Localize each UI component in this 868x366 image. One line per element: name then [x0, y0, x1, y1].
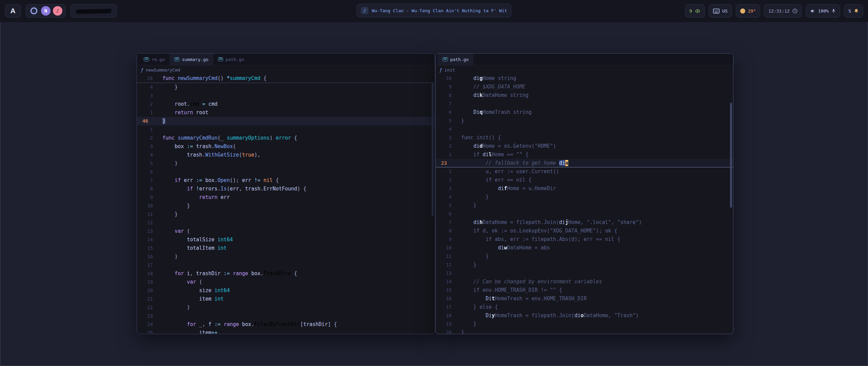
code-line[interactable]: 7 dihDataHome = filepath.Join(dijHome, "… — [436, 218, 733, 227]
code-token: } — [461, 253, 489, 259]
code-line[interactable]: 3func init() { — [436, 134, 733, 142]
code-line[interactable]: 4 } — [436, 193, 733, 201]
code-line[interactable]: 8 if !errors.Is(err, trash.ErrNotFound) … — [137, 185, 435, 193]
code-line[interactable]: 23 — [137, 312, 435, 320]
workspace-icon-disc[interactable] — [29, 6, 39, 16]
code-line[interactable]: 18 for i, trashDir := range box.TrashDir… — [137, 269, 435, 278]
right-breadcrumb: ƒ init — [436, 65, 733, 74]
line-text: ) — [162, 303, 190, 312]
code-line[interactable]: 2func summaryCmdRun(_ summaryOptions) er… — [137, 134, 435, 142]
notifications-widget[interactable]: 5 — [844, 4, 863, 18]
code-line[interactable]: 13 var ( — [137, 227, 435, 236]
code-token: := — [221, 270, 233, 277]
code-line[interactable]: 10 diwDataHome = abs — [436, 244, 733, 252]
code-line[interactable]: 17 — [137, 261, 435, 269]
code-line[interactable]: 10 } — [137, 202, 435, 210]
code-line[interactable]: 10 digHome string — [436, 74, 733, 83]
top-bar-right: 9 US 29° 12:31:12 — [685, 0, 863, 22]
code-line[interactable]: 3 difHome = u.HomeDir — [436, 184, 733, 193]
line-number: 4 — [436, 193, 452, 201]
code-line[interactable]: 5} — [436, 117, 733, 125]
code-token: Home == "" { — [492, 151, 528, 158]
code-line[interactable]: 14 // Can be changed by environment vari… — [436, 278, 733, 286]
code-line[interactable]: 25 item++ — [137, 329, 435, 334]
code-line[interactable]: 13 — [436, 269, 733, 278]
active-window-title-redacted — [71, 4, 117, 18]
code-line[interactable]: 11 } — [137, 210, 435, 219]
code-line[interactable]: 1 if dilHome == "" { — [436, 150, 733, 159]
code-line[interactable]: 18 DiyHomeTrash = filepath.Join(dioDataH… — [436, 311, 733, 320]
code-token: , — [202, 321, 208, 327]
tab-label: rm.go — [152, 57, 165, 62]
code-line[interactable]: 6 — [137, 168, 435, 176]
media-player-widget[interactable]: ♪ Wu-Tang Clan - Wu-Tang Clan Ain't Nuth… — [356, 4, 511, 17]
code-token: Home, ".local", "share") — [568, 219, 642, 225]
weather-widget[interactable]: 29° — [736, 4, 760, 18]
tab-rm-go[interactable]: GO rm.go — [139, 54, 170, 65]
line-text: return err — [162, 193, 230, 202]
code-line[interactable]: 19 var ( — [137, 278, 435, 286]
code-area[interactable]: 10 digHome string9 // $XDG_DATA_HOME8 di… — [436, 74, 733, 334]
workspace-icon-neovim[interactable]: N — [41, 6, 51, 16]
code-area[interactable]: 4 }32 root.cmd = cmd1 return root46}12fu… — [137, 83, 435, 334]
code-line[interactable]: 20} — [436, 328, 733, 334]
code-line[interactable]: 11 } — [436, 252, 733, 261]
workspace-icon-music[interactable]: ♪ — [53, 6, 62, 16]
code-line[interactable]: 12 } — [436, 261, 733, 269]
code-line[interactable]: 3 — [137, 92, 435, 100]
code-line[interactable]: 15 if env.HOME_TRASH_DIR != "" { — [436, 286, 733, 294]
code-line[interactable]: 1 — [137, 125, 435, 134]
code-line[interactable]: 23 // fallback to get home dia — [436, 159, 733, 167]
code-line[interactable]: 26func newSummaryCmd() *summaryCmd { — [137, 74, 435, 83]
code-line[interactable]: 1 return root — [137, 108, 435, 117]
line-text: if err == nil { — [461, 176, 532, 184]
code-line[interactable]: 12 — [137, 219, 435, 227]
tab-path-go[interactable]: GO path.go — [213, 54, 249, 65]
code-line[interactable]: 22 ) — [137, 303, 435, 312]
code-line[interactable]: 2 didHome = os.Getenv("HOME") — [436, 142, 733, 150]
code-line[interactable]: 9 return err — [137, 193, 435, 202]
go-file-icon: GO — [442, 57, 448, 61]
app-launcher-button[interactable]: A — [5, 4, 21, 18]
tab-summary-go[interactable]: GO summary.go — [170, 54, 213, 65]
code-line[interactable]: 6 — [436, 210, 733, 218]
clock-widget[interactable]: 12:31:12 — [764, 4, 802, 18]
scrollbar[interactable] — [730, 103, 732, 208]
code-line[interactable]: 4 } — [137, 83, 435, 92]
code-line[interactable]: 15 totalItem int — [137, 244, 435, 252]
code-line[interactable]: 9 if abs, err := filepath.Abs(d); err ==… — [436, 235, 733, 244]
code-line[interactable]: 3 box := trash.NewBox( — [137, 142, 435, 151]
code-line[interactable]: 20 size int64 — [137, 286, 435, 295]
keyboard-layout-widget[interactable]: US — [709, 4, 732, 18]
code-line[interactable]: 5 ) — [137, 159, 435, 168]
line-number: 17 — [436, 303, 452, 311]
code-line[interactable]: 19 } — [436, 320, 733, 328]
scrollbar[interactable] — [432, 82, 434, 216]
code-line[interactable]: 5 } — [436, 201, 733, 210]
code-line[interactable]: 2 root.cmd = cmd — [137, 100, 435, 108]
line-number: 14 — [436, 278, 452, 286]
code-line[interactable]: 4 — [436, 125, 733, 134]
code-token: trashDir — [303, 321, 328, 327]
code-line[interactable]: 14 totalSize int64 — [137, 236, 435, 244]
code-line[interactable]: 7 if err := box.Open(); err != nil { — [137, 176, 435, 185]
code-line[interactable]: 8 if d, ok := os.LookupEnv("XDG_DATA_HOM… — [436, 227, 733, 235]
left-editor: GO rm.go GO summary.go GO path.go ƒ newS… — [137, 53, 435, 334]
code-line[interactable]: 17 } else { — [436, 303, 733, 311]
audio-widget[interactable]: 100% — [806, 4, 840, 18]
code-token: di — [473, 143, 479, 149]
code-line[interactable]: 16 DitHomeTrash = env.HOME_TRASH_DIR — [436, 294, 733, 303]
code-line[interactable]: 21 item int — [137, 295, 435, 303]
code-line[interactable]: 24 for _, f := range box.FilesByTrashDir… — [137, 320, 435, 329]
code-line[interactable]: 16 ) — [137, 252, 435, 261]
code-line[interactable]: 8 dikDataHome string — [436, 91, 733, 100]
code-line[interactable]: 6 DiqHomeTrash string — [436, 108, 733, 117]
code-line[interactable]: 9 // $XDG_DATA_HOME — [436, 83, 733, 91]
tab-path-go[interactable]: GO path.go — [438, 54, 473, 65]
code-line[interactable]: 1 u, err := user.Current() — [436, 167, 733, 176]
idle-inhibitor-widget[interactable]: 9 — [685, 4, 705, 18]
code-line[interactable]: 46} — [137, 117, 435, 125]
code-line[interactable]: 2 if err == nil { — [436, 176, 733, 184]
code-line[interactable]: 7 — [436, 100, 733, 108]
code-line[interactable]: 4 trash.WithGetSize(true), — [137, 151, 435, 159]
